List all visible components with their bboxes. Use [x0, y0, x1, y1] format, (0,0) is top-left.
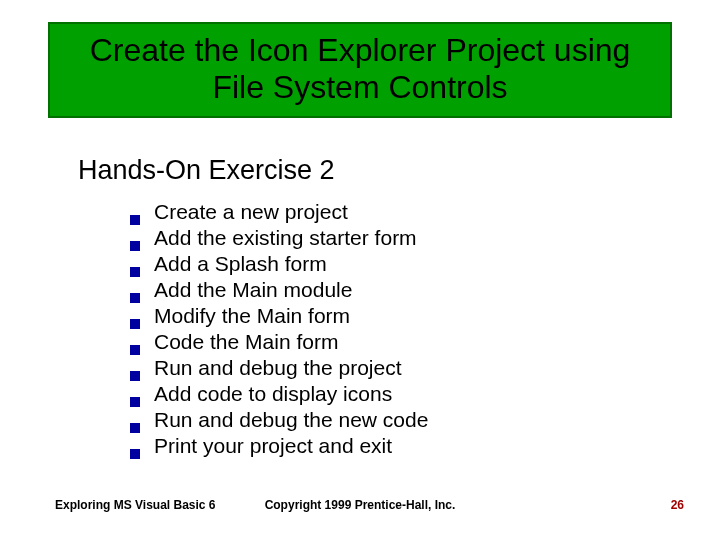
footer-center: Copyright 1999 Prentice-Hall, Inc.: [0, 498, 720, 512]
list-item: Add the existing starter form: [130, 226, 630, 250]
list-item: Create a new project: [130, 200, 630, 224]
square-bullet-icon: [130, 267, 140, 277]
square-bullet-icon: [130, 371, 140, 381]
square-bullet-icon: [130, 241, 140, 251]
square-bullet-icon: [130, 423, 140, 433]
bullet-text: Add the Main module: [154, 278, 352, 302]
slide-title: Create the Icon Explorer Project using F…: [48, 22, 672, 118]
square-bullet-icon: [130, 293, 140, 303]
bullet-list: Create a new project Add the existing st…: [130, 200, 630, 460]
slide-subtitle: Hands-On Exercise 2: [78, 155, 335, 186]
list-item: Code the Main form: [130, 330, 630, 354]
bullet-text: Print your project and exit: [154, 434, 392, 458]
square-bullet-icon: [130, 449, 140, 459]
list-item: Print your project and exit: [130, 434, 630, 458]
square-bullet-icon: [130, 397, 140, 407]
bullet-text: Run and debug the project: [154, 356, 402, 380]
bullet-text: Run and debug the new code: [154, 408, 428, 432]
slide-number: 26: [671, 498, 684, 512]
slide: Create the Icon Explorer Project using F…: [0, 0, 720, 540]
square-bullet-icon: [130, 319, 140, 329]
square-bullet-icon: [130, 215, 140, 225]
list-item: Add code to display icons: [130, 382, 630, 406]
list-item: Run and debug the project: [130, 356, 630, 380]
bullet-text: Create a new project: [154, 200, 348, 224]
list-item: Run and debug the new code: [130, 408, 630, 432]
bullet-text: Add the existing starter form: [154, 226, 417, 250]
bullet-text: Add a Splash form: [154, 252, 327, 276]
list-item: Add a Splash form: [130, 252, 630, 276]
bullet-text: Add code to display icons: [154, 382, 392, 406]
square-bullet-icon: [130, 345, 140, 355]
list-item: Add the Main module: [130, 278, 630, 302]
bullet-text: Modify the Main form: [154, 304, 350, 328]
list-item: Modify the Main form: [130, 304, 630, 328]
bullet-text: Code the Main form: [154, 330, 338, 354]
